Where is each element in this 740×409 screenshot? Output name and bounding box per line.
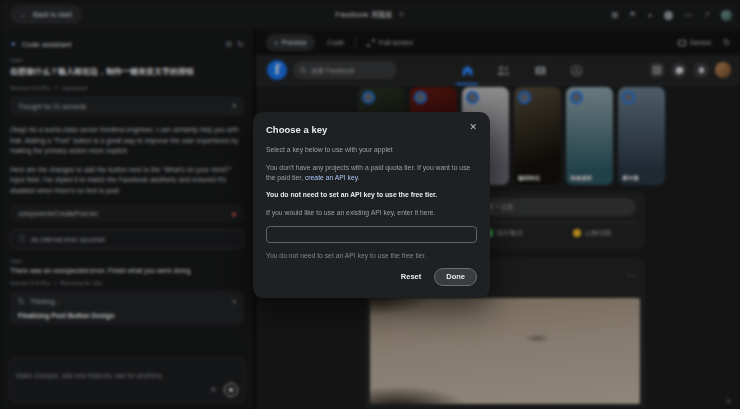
create-api-key-link[interactable]: create an API key xyxy=(305,174,358,181)
close-icon[interactable]: ✕ xyxy=(469,123,477,132)
api-key-input[interactable] xyxy=(266,226,477,243)
existing-key-hint: If you would like to use an existing API… xyxy=(266,208,477,218)
dialog-intro: Select a key below to use with your appl… xyxy=(266,145,477,155)
free-tier-bold-text: You do not need to set an API key to use… xyxy=(266,190,477,200)
choose-key-dialog: Choose a key ✕ Select a key below to use… xyxy=(253,112,490,298)
screen: ← Back to start Facebook 克隆版 ✎ ▦ ⚑ ▲ </>… xyxy=(0,0,740,409)
dialog-title: Choose a key xyxy=(266,124,477,135)
done-button[interactable]: Done xyxy=(434,268,477,286)
free-tier-note: You do not need to set an API key to use… xyxy=(266,252,477,259)
reset-button[interactable]: Reset xyxy=(401,272,421,281)
dialog-actions: Reset Done xyxy=(266,268,477,286)
paid-tier-pre: You don't have any projects with a paid … xyxy=(266,164,470,181)
paid-tier-post: . xyxy=(358,174,360,181)
paid-tier-text: You don't have any projects with a paid … xyxy=(266,163,477,183)
